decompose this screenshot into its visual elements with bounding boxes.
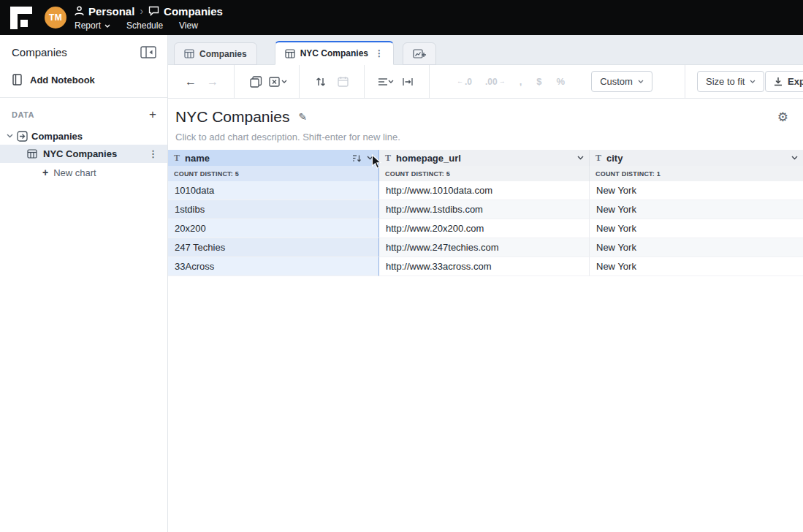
table-icon <box>184 49 194 58</box>
avatar[interactable]: TM <box>45 7 66 28</box>
column-header-homepage-url[interactable]: T homepage_url <box>379 150 590 166</box>
kebab-menu-icon[interactable]: ⋮ <box>375 48 384 58</box>
decrease-decimal-icon: ←.0 <box>450 77 479 87</box>
table-cell[interactable]: http://www.247techies.com <box>379 238 590 257</box>
column-header-city[interactable]: T city <box>590 150 803 166</box>
toolbar-divider <box>364 65 365 98</box>
collapse-sidebar-icon[interactable] <box>140 46 156 58</box>
number-format-group: ←.0 .00→ , $ % <box>450 76 572 87</box>
table-cell[interactable]: New York <box>590 200 803 219</box>
new-chart-tab-button[interactable] <box>403 42 436 65</box>
new-chart-icon <box>413 49 427 59</box>
table-cell[interactable]: New York <box>590 181 803 200</box>
custom-format-button[interactable]: Custom <box>591 71 652 92</box>
person-icon <box>75 6 84 16</box>
align-icon[interactable] <box>375 71 397 93</box>
table-icon <box>27 149 37 159</box>
toolbar-divider <box>299 65 300 98</box>
report-icon <box>148 6 159 16</box>
sidebar: Companies Add Notebook DATA + Companies <box>0 35 168 532</box>
sort-ascending-icon <box>352 154 362 162</box>
breadcrumb: Personal › Companies <box>75 4 223 18</box>
table-row: 20x200 http://www.20x200.com New York <box>168 219 803 238</box>
toolbar: ← → <box>168 65 803 99</box>
table-row: 33Across http://www.33across.com New Yor… <box>168 257 803 276</box>
toolbar-divider <box>685 65 685 98</box>
table-cell[interactable]: 33Across <box>168 257 379 276</box>
chevron-down-icon <box>638 80 644 83</box>
table-cell[interactable]: http://www.20x200.com <box>379 219 590 238</box>
tab-companies[interactable]: Companies <box>174 42 257 65</box>
notebook-icon <box>12 74 23 86</box>
table-cell[interactable]: 20x200 <box>168 219 379 238</box>
add-notebook-button[interactable]: Add Notebook <box>0 58 167 86</box>
column-summary[interactable]: COUNT DISTINCT: 1 <box>590 166 803 181</box>
edit-title-icon[interactable]: ✎ <box>298 111 307 123</box>
download-icon <box>774 77 783 86</box>
data-table: T name T homepage_url T ci <box>168 150 803 276</box>
sidebar-item-companies[interactable]: Companies <box>0 127 167 145</box>
percent-format-icon: % <box>549 76 573 87</box>
sort-icon[interactable] <box>310 71 332 93</box>
chevron-down-icon <box>791 156 798 160</box>
table-row: 1stdibs http://www.1stdibs.com New York <box>168 200 803 219</box>
kebab-menu-icon[interactable]: ⋮ <box>148 148 158 159</box>
tab-nyc-companies[interactable]: NYC Companies ⋮ <box>275 41 394 65</box>
undo-back-button[interactable]: ← <box>180 71 202 93</box>
table-cell[interactable]: http://www.33across.com <box>379 257 590 276</box>
export-button[interactable]: Export <box>765 71 803 92</box>
text-wrap-icon[interactable] <box>397 71 419 93</box>
table-icon <box>285 49 295 58</box>
table-summary-row: COUNT DISTINCT: 5 COUNT DISTINCT: 5 COUN… <box>168 166 803 181</box>
breadcrumb-report[interactable]: Companies <box>164 5 223 18</box>
menu-view[interactable]: View <box>179 20 198 31</box>
chevron-down-icon <box>750 80 756 83</box>
table-cell[interactable]: 1010data <box>168 181 379 200</box>
gear-icon[interactable]: ⚙ <box>777 110 788 125</box>
table-header-row: T name T homepage_url T ci <box>168 150 803 166</box>
breadcrumb-workspace[interactable]: Personal <box>88 5 134 18</box>
menu-schedule[interactable]: Schedule <box>126 20 163 31</box>
text-type-icon: T <box>174 153 180 164</box>
increase-decimal-icon: .00→ <box>479 77 512 87</box>
data-section-label: DATA <box>12 110 34 119</box>
table-cell[interactable]: http://www.1stdibs.com <box>379 200 590 219</box>
chevron-down-icon <box>367 156 373 160</box>
chevron-down-icon <box>577 156 584 160</box>
topbar: TM Personal › Companies Report Schedule <box>0 0 803 35</box>
table-row: 1010data http://www.1010data.com New Yor… <box>168 181 803 200</box>
column-summary[interactable]: COUNT DISTINCT: 5 <box>379 166 590 181</box>
column-summary[interactable]: COUNT DISTINCT: 5 <box>168 166 379 181</box>
chart-actions-icon[interactable] <box>267 71 289 93</box>
dataset-collection-icon <box>17 131 28 142</box>
chart-description-placeholder[interactable]: Click to add chart description. Shift-en… <box>168 126 803 142</box>
topbar-text-block: Personal › Companies Report Schedule Vie… <box>75 4 223 31</box>
chevron-down-icon <box>7 134 13 138</box>
topbar-menu: Report Schedule View <box>75 20 223 31</box>
main-content: NYC Companies ✎ ⚙ Click to add chart des… <box>168 99 803 532</box>
toolbar-divider <box>234 65 235 98</box>
app-logo-icon[interactable] <box>10 7 32 29</box>
duplicate-chart-icon[interactable] <box>245 71 267 93</box>
text-type-icon: T <box>385 153 391 164</box>
add-data-button[interactable]: + <box>149 110 156 120</box>
sidebar-item-nyc-companies[interactable]: NYC Companies ⋮ <box>0 145 167 163</box>
chevron-down-icon <box>281 80 287 83</box>
table-cell[interactable]: 247 Techies <box>168 238 379 257</box>
menu-report[interactable]: Report <box>75 20 110 31</box>
breadcrumb-separator: › <box>139 5 144 17</box>
size-to-fit-button[interactable]: Size to fit <box>697 71 764 92</box>
column-header-name[interactable]: T name <box>168 150 379 166</box>
redo-forward-button[interactable]: → <box>202 71 224 93</box>
sidebar-title: Companies <box>12 46 67 58</box>
chevron-down-icon <box>104 24 110 28</box>
table-cell[interactable]: http://www.1010data.com <box>379 181 590 200</box>
table-cell[interactable]: 1stdibs <box>168 200 379 219</box>
table-cell[interactable]: New York <box>590 219 803 238</box>
page-title: NYC Companies <box>175 108 289 126</box>
plus-icon: + <box>42 167 48 178</box>
currency-format-icon: $ <box>529 76 549 87</box>
sidebar-item-new-chart[interactable]: + New chart <box>0 163 167 182</box>
table-cell[interactable]: New York <box>590 257 803 276</box>
table-cell[interactable]: New York <box>590 238 803 257</box>
